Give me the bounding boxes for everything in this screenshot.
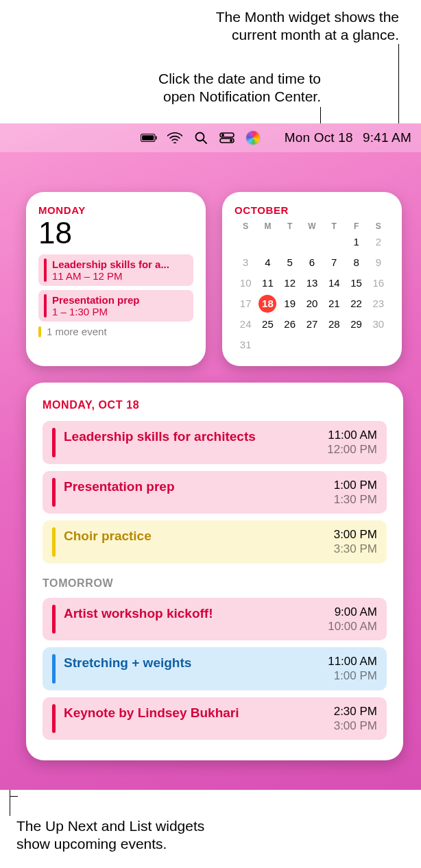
month-widget[interactable]: OCTOBER SMTWTFS 123456789101112131415161…	[222, 192, 402, 366]
callout-text: Click the date and time to	[74, 70, 321, 88]
callout-text: The Up Next and List widgets	[16, 817, 291, 835]
svg-point-8	[230, 139, 232, 142]
calendar-day[interactable]: 14	[323, 274, 345, 293]
calendar-empty-cell	[234, 232, 256, 252]
control-center-icon[interactable]	[219, 130, 235, 146]
event-times: 3:00 PM3:30 PM	[334, 527, 377, 557]
calendar-day[interactable]: 16	[368, 274, 389, 293]
calendar-day[interactable]: 24	[234, 315, 256, 334]
calendar-day[interactable]: 31	[234, 335, 256, 354]
upnext-more-events: 1 more event	[38, 326, 193, 337]
calendar-day[interactable]: 5	[279, 253, 301, 272]
callout-text: The Month widget shows the	[139, 8, 399, 26]
event-color-bar	[52, 478, 56, 507]
callout-upnext-list: The Up Next and List widgets show upcomi…	[16, 817, 291, 854]
svg-rect-1	[142, 135, 154, 141]
calendar-day[interactable]: 26	[279, 315, 301, 334]
battery-icon[interactable]	[141, 130, 157, 146]
callout-text: show upcoming events.	[16, 835, 291, 853]
calendar-day[interactable]: 8	[345, 253, 367, 272]
calendar-day[interactable]: 27	[301, 315, 323, 334]
siri-icon[interactable]	[245, 130, 261, 146]
list-event[interactable]: Presentation prep1:00 PM1:30 PM	[43, 471, 387, 514]
event-color-bar	[52, 605, 56, 634]
event-color-bar	[52, 527, 56, 557]
weekday-label: W	[301, 221, 323, 232]
weekday-label: S	[368, 221, 389, 232]
calendar-day[interactable]: 17	[234, 294, 256, 313]
event-color-bar	[44, 258, 47, 282]
calendar-day[interactable]: 28	[323, 315, 345, 334]
event-time: 11 AM – 12 PM	[52, 270, 188, 282]
event-color-bar	[44, 294, 47, 317]
upnext-more-label: 1 more event	[47, 326, 107, 337]
event-times: 1:00 PM1:30 PM	[334, 478, 377, 507]
calendar-day[interactable]: 7	[323, 253, 345, 272]
calendar-day[interactable]: 1	[345, 232, 367, 252]
list-event[interactable]: Leadership skills for architects11:00 AM…	[43, 421, 387, 464]
spotlight-search-icon[interactable]	[193, 130, 209, 146]
calendar-day[interactable]: 30	[368, 315, 389, 334]
wifi-icon[interactable]	[167, 130, 183, 146]
list-tomorrow-label: TOMORROW	[43, 577, 387, 590]
calendar-day[interactable]: 23	[368, 294, 389, 313]
menubar-date[interactable]: Mon Oct 18	[285, 130, 353, 145]
calendar-day[interactable]: 10	[234, 274, 256, 293]
calendar-day[interactable]: 19	[279, 294, 301, 313]
calendar-day[interactable]: 25	[256, 315, 278, 334]
list-date-label: MONDAY, OCT 18	[43, 399, 387, 411]
calendar-day[interactable]: 6	[301, 253, 323, 272]
list-event[interactable]: Stretching + weights11:00 AM1:00 PM	[43, 647, 387, 690]
calendar-empty-cell	[323, 232, 345, 252]
weekday-label: T	[279, 221, 301, 232]
calendar-day[interactable]: 4	[256, 253, 278, 272]
calendar-day[interactable]: 21	[323, 294, 345, 313]
upnext-day-label: MONDAY	[38, 204, 193, 216]
calendar-day[interactable]: 12	[279, 274, 301, 293]
event-time: 1 – 1:30 PM	[52, 306, 188, 317]
menubar-time[interactable]: 9:41 AM	[363, 130, 411, 145]
event-times: 9:00 AM10:00 AM	[328, 605, 377, 634]
event-title: Presentation prep	[52, 294, 188, 306]
list-event[interactable]: Artist workshop kickoff!9:00 AM10:00 AM	[43, 598, 387, 641]
event-title: Choir practice	[64, 527, 326, 557]
event-title: Leadership skills for a...	[52, 258, 188, 270]
up-next-widget[interactable]: MONDAY 18 Leadership skills for a...11 A…	[26, 192, 206, 366]
weekday-label: S	[234, 221, 256, 232]
calendar-day[interactable]: 15	[345, 274, 367, 293]
calendar-day[interactable]: 3	[234, 253, 256, 272]
calendar-day[interactable]: 2	[368, 232, 389, 252]
calendar-day[interactable]: 11	[256, 274, 278, 293]
menu-bar: Mon Oct 18 9:41 AM	[0, 123, 421, 152]
svg-line-4	[203, 140, 206, 143]
list-event[interactable]: Choir practice3:00 PM3:30 PM	[43, 520, 387, 564]
upnext-event[interactable]: Leadership skills for a...11 AM – 12 PM	[38, 254, 193, 286]
event-title: Artist workshop kickoff!	[64, 605, 320, 634]
event-title: Keynote by Lindsey Bukhari	[64, 704, 326, 734]
calendar-day[interactable]: 29	[345, 315, 367, 334]
callout-text: current month at a glance.	[139, 26, 399, 44]
calendar-day[interactable]: 22	[345, 294, 367, 313]
event-title: Leadership skills for architects	[64, 428, 319, 457]
calendar-empty-cell	[279, 232, 301, 252]
callout-leader	[320, 107, 321, 123]
calendar-day[interactable]: 13	[301, 274, 323, 293]
callout-text: open Notification Center.	[74, 88, 321, 106]
weekday-label: F	[345, 221, 367, 232]
callout-month-widget: The Month widget shows the current month…	[139, 8, 399, 45]
svg-point-6	[221, 134, 224, 136]
event-color-bar	[38, 326, 41, 337]
weekday-label: T	[323, 221, 345, 232]
upnext-event[interactable]: Presentation prep1 – 1:30 PM	[38, 290, 193, 322]
event-color-bar	[52, 704, 56, 734]
event-color-bar	[52, 428, 56, 457]
weekday-label: M	[256, 221, 278, 232]
list-widget[interactable]: MONDAY, OCT 18 Leadership skills for arc…	[26, 383, 403, 760]
calendar-day[interactable]: 20	[301, 294, 323, 313]
event-times: 11:00 AM1:00 PM	[328, 654, 377, 684]
list-event[interactable]: Keynote by Lindsey Bukhari2:30 PM3:00 PM	[43, 697, 387, 740]
calendar-day[interactable]: 18	[256, 294, 278, 313]
callout-datetime: Click the date and time to open Notifica…	[74, 70, 321, 106]
event-times: 11:00 AM12:00 PM	[327, 428, 377, 457]
calendar-day[interactable]: 9	[368, 253, 389, 272]
